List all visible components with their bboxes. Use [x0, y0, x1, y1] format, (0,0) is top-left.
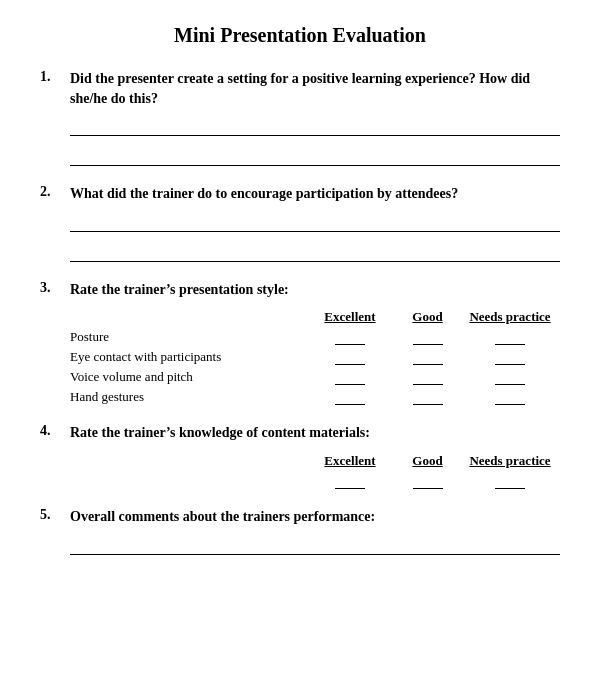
- question-2-answers: [70, 212, 560, 262]
- col-header-excellent: Excellent: [305, 453, 395, 469]
- rating-row-label: Hand gestures: [70, 389, 305, 405]
- question-4: 4. Rate the trainer’s knowledge of conte…: [40, 423, 560, 489]
- evaluation-page: Mini Presentation Evaluation 1. Did the …: [0, 0, 600, 700]
- answer-line[interactable]: [70, 212, 560, 232]
- answer-line[interactable]: [70, 242, 560, 262]
- col-header-excellent: Excellent: [305, 309, 395, 325]
- rating-cell[interactable]: [460, 473, 560, 489]
- rating-cell[interactable]: [305, 473, 395, 489]
- rating-cell[interactable]: [395, 369, 460, 385]
- rating-header: Excellent Good Needs practice: [70, 309, 560, 325]
- rating-cell[interactable]: [395, 329, 460, 345]
- rating-row-eye-contact: Eye contact with participants: [70, 349, 560, 365]
- answer-line[interactable]: [70, 116, 560, 136]
- rating-row-label: Eye contact with participants: [70, 349, 305, 365]
- question-3-text: Rate the trainer’s presentation style:: [70, 280, 289, 300]
- rating-cell[interactable]: [460, 329, 560, 345]
- rating-cell[interactable]: [305, 349, 395, 365]
- question-3-number: 3.: [40, 280, 60, 300]
- page-title: Mini Presentation Evaluation: [40, 24, 560, 47]
- question-3: 3. Rate the trainer’s presentation style…: [40, 280, 560, 406]
- question-1-text: Did the presenter create a setting for a…: [70, 69, 560, 108]
- question-1-answers: [70, 116, 560, 166]
- rating-row-posture: Posture: [70, 329, 560, 345]
- question-2: 2. What did the trainer do to encourage …: [40, 184, 560, 262]
- rating-header: Excellent Good Needs practice: [70, 453, 560, 469]
- rating-cell[interactable]: [305, 329, 395, 345]
- question-4-text: Rate the trainer’s knowledge of content …: [70, 423, 370, 443]
- rating-cell[interactable]: [395, 389, 460, 405]
- rating-row-hand-gestures: Hand gestures: [70, 389, 560, 405]
- question-5-text: Overall comments about the trainers perf…: [70, 507, 375, 527]
- col-header-good: Good: [395, 453, 460, 469]
- col-header-good: Good: [395, 309, 460, 325]
- question-1-number: 1.: [40, 69, 60, 108]
- rating-cell[interactable]: [305, 389, 395, 405]
- rating-row-single: [70, 473, 560, 489]
- answer-line[interactable]: [70, 535, 560, 555]
- rating-row-voice: Voice volume and pitch: [70, 369, 560, 385]
- question-2-number: 2.: [40, 184, 60, 204]
- rating-row-label: Posture: [70, 329, 305, 345]
- rating-row-label: Voice volume and pitch: [70, 369, 305, 385]
- question-5-number: 5.: [40, 507, 60, 527]
- rating-cell[interactable]: [395, 349, 460, 365]
- question-5: 5. Overall comments about the trainers p…: [40, 507, 560, 555]
- col-header-needs: Needs practice: [460, 453, 560, 469]
- rating-cell[interactable]: [460, 369, 560, 385]
- rating-cell[interactable]: [460, 389, 560, 405]
- question-5-answers: [70, 535, 560, 555]
- question-4-number: 4.: [40, 423, 60, 443]
- col-header-needs: Needs practice: [460, 309, 560, 325]
- rating-cell[interactable]: [305, 369, 395, 385]
- question-4-rating: Excellent Good Needs practice: [70, 453, 560, 489]
- answer-line[interactable]: [70, 146, 560, 166]
- rating-cell[interactable]: [460, 349, 560, 365]
- question-3-rating: Excellent Good Needs practice Posture Ey…: [70, 309, 560, 405]
- rating-cell[interactable]: [395, 473, 460, 489]
- question-1: 1. Did the presenter create a setting fo…: [40, 69, 560, 166]
- question-2-text: What did the trainer do to encourage par…: [70, 184, 458, 204]
